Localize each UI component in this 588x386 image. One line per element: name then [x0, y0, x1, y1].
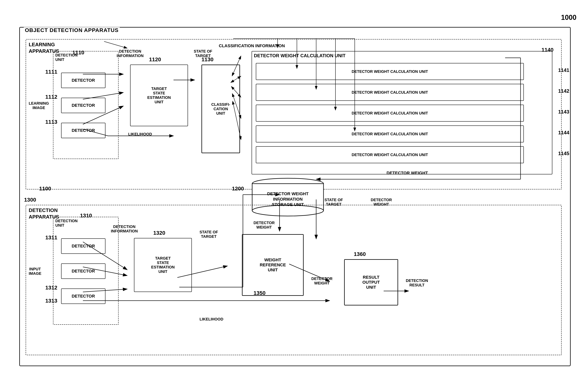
ref-1360: 1360: [354, 251, 366, 257]
ref-1300: 1300: [24, 197, 36, 203]
detector-2-detect: DETECTOR: [61, 264, 105, 279]
ref-1311: 1311: [45, 235, 57, 241]
detector-weight-label-detect: DETECTOR WEIGHT: [253, 221, 275, 229]
detection-unit-learning: DETECTION UNIT DETECTOR DETECTOR DETECTO…: [53, 51, 119, 159]
classif-info-label: CLASSIFICATION INFORMATION: [219, 43, 285, 48]
dwc-1144: DETECTOR WEIGHT CALCULATION UNIT: [256, 125, 524, 142]
state-of-target-storage: STATE OF TARGET: [324, 193, 343, 207]
detection-info-label-detect: DETECTION INFORMATION: [111, 224, 138, 233]
classif-unit: CLASSIFI- CATION UNIT: [201, 64, 240, 153]
state-of-target-label-learning: STATE OF TARGET: [194, 49, 212, 58]
ref-1000: 1000: [561, 14, 576, 21]
likelihood-label-detect: LIKELIHOOD: [200, 317, 223, 322]
ref-1320: 1320: [153, 230, 165, 236]
detection-unit-detect: DETECTION UNIT DETECTOR DETECTOR DETECTO…: [53, 217, 119, 325]
detector-3-detect: DETECTOR: [61, 288, 105, 304]
detector-2-learning: DETECTOR: [61, 98, 105, 113]
ref-1144: 1144: [558, 130, 569, 136]
ref-1200: 1200: [232, 185, 244, 192]
detector-weight-label1: DETECTOR WEIGHT: [387, 171, 428, 176]
learning-image-label: LEARNING IMAGE: [29, 101, 49, 110]
svg-text:INFORMATION: INFORMATION: [273, 197, 303, 202]
ref-1143: 1143: [558, 109, 569, 115]
state-of-target-detect: STATE OF TARGET: [200, 230, 218, 239]
ref-1100: 1100: [39, 185, 51, 192]
ref-1142: 1142: [558, 88, 569, 94]
detection-box: DETECTION APPARATUS 1300 DETECTION UNIT …: [26, 205, 562, 355]
detector-weight-storage: DETECTOR WEIGHT: [371, 193, 392, 207]
diagram-container: 1000 OBJECT DETECTION APPARATUS LEARNING…: [12, 12, 580, 374]
ref-1141: 1141: [558, 67, 569, 73]
outer-label: OBJECT DETECTION APPARATUS: [24, 27, 120, 33]
dwc-outer-label: DETECTOR WEIGHT CALCULATION UNIT: [254, 53, 345, 58]
detector-1-learning: DETECTOR: [61, 73, 105, 88]
ref-1312: 1312: [45, 285, 57, 291]
input-image-label: INPUT IMAGE: [29, 267, 42, 276]
tseu-detect: TARGET STATE ESTIMATION UNIT: [134, 238, 192, 292]
ref-1112: 1112: [45, 94, 57, 100]
ref-1350: 1350: [253, 290, 266, 296]
dwc-1143: DETECTOR WEIGHT CALCULATION UNIT: [256, 105, 524, 122]
detector-3-learning: DETECTOR: [61, 123, 105, 138]
ref-1310: 1310: [80, 213, 92, 219]
tseu-learning: TARGET STATE ESTIMATION UNIT: [130, 64, 188, 126]
detector-weight-label3: DETECTOR WEIGHT: [311, 277, 333, 285]
detection-result-label: DETECTION RESULT: [406, 279, 428, 287]
detector-1-detect: DETECTOR: [61, 238, 105, 254]
likelihood-label-learning: LIKELIHOOD: [128, 132, 152, 136]
ref-1120: 1120: [149, 57, 161, 63]
ref-1110: 1110: [72, 50, 84, 56]
outer-box: OBJECT DETECTION APPARATUS LEARNING APPA…: [19, 27, 571, 366]
dwc-1142: DETECTOR WEIGHT CALCULATION UNIT: [256, 84, 524, 101]
ref-1113: 1113: [45, 119, 57, 125]
result-output-unit: RESULT OUTPUT UNIT: [344, 259, 398, 305]
weight-ref-unit: WEIGHT REFERENCE UNIT: [242, 234, 304, 296]
ref-1111: 1111: [45, 69, 57, 75]
ref-1145: 1145: [558, 150, 569, 157]
learning-box: LEARNING APPARATUS DETECTION UNIT DETECT…: [26, 39, 562, 189]
svg-text:DETECTOR WEIGHT: DETECTOR WEIGHT: [267, 191, 309, 196]
detection-unit-label-detect: DETECTION UNIT: [55, 219, 78, 228]
ref-1140: 1140: [542, 47, 553, 53]
dwc-1145: DETECTOR WEIGHT CALCULATION UNIT: [256, 146, 524, 163]
dwc-outer: DETECTOR WEIGHT CALCULATION UNIT DETECTO…: [252, 51, 552, 174]
detection-info-label-learning: DETECTION INFORMATION: [117, 49, 144, 58]
ref-1313: 1313: [45, 298, 57, 304]
dwc-1141: DETECTOR WEIGHT CALCULATION UNIT: [256, 63, 524, 80]
